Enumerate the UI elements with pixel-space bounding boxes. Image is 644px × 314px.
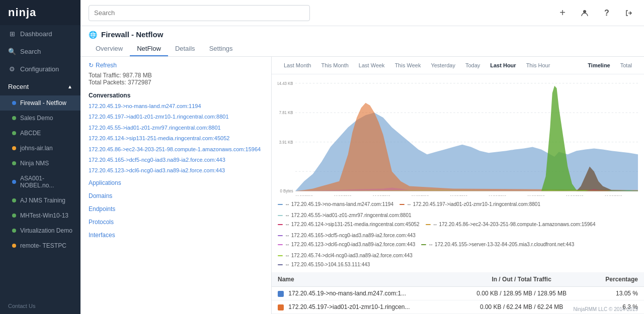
tab-details[interactable]: Details [168,42,202,56]
tab-settings[interactable]: Settings [202,42,240,56]
contact-us-link[interactable]: Contact Us [0,298,80,314]
legend-area: ↔ 172.20.45.19->no-mans-land.m247.com:11… [272,198,644,272]
view-btn-timeline[interactable]: Timeline [584,61,614,70]
total-traffic-label: Total Traffic: [89,72,121,79]
sidebar-item-ninja-nms[interactable]: Ninja NMS [0,156,80,171]
svg-text:0 Bytes: 0 Bytes [280,188,293,194]
table-row: 172.20.45.19->no-mans-land.m247.com:1...… [272,287,644,300]
time-btn-this-week[interactable]: This Week [391,61,425,70]
logout-button[interactable] [622,6,636,20]
time-btn-yesterday[interactable]: Yesterday [427,61,459,70]
sidebar-item-label: ASA001-NOBEL.no... [20,175,72,189]
sidebar-item-johns-air[interactable]: johns-air.lan [0,141,80,156]
tab-netflow[interactable]: NetFlow [130,42,168,56]
page-tabs: Overview NetFlow Details Settings [89,42,636,56]
sidebar-item-label: Virtualization Demo [20,227,72,234]
sidebar-item-aj-nms[interactable]: AJ NMS Training [0,193,80,208]
topbar-actions: + ? [555,6,636,20]
svg-text:11/18/2019: 11/18/2019 [489,194,506,196]
status-dot [12,198,16,202]
conversation-item[interactable]: 172.20.45.19->no-mans-land.m247.com:1194 [89,101,271,112]
sidebar-item-search[interactable]: 🔍 Search [0,43,80,60]
conversation-item[interactable]: 172.20.45.124->sip131-251-media.ringcent… [89,133,271,144]
dashboard-icon: ⊞ [8,30,16,38]
search-input[interactable] [89,5,310,21]
globe-icon: 🌐 [89,31,97,39]
sidebar-item-label: Search [20,48,41,55]
legend-item: ↔ 172.20.45.123->dcl6-ncg0-iad3.na89-ia2… [278,240,415,249]
legend-item: ↔ 172.20.45.197->iad01-z01-zmr10-1.ringc… [399,200,540,209]
conversations-scroll[interactable]: 172.20.45.19->no-mans-land.m247.com:1194… [80,101,271,176]
chevron-icon: ▲ [67,84,72,89]
refresh-button[interactable]: ↻ Refresh [89,62,117,69]
row-name: 172.20.45.197->iad01-z01-zmr10-1.ringcen… [272,300,456,314]
sidebar-item-mhtest[interactable]: MHTest-Win10-13 [0,208,80,223]
status-dot [12,116,16,120]
endpoints-link[interactable]: Endpoints [80,202,271,216]
add-button[interactable]: + [555,6,570,20]
sidebar-item-label: Dashboard [20,30,52,38]
status-dot [12,131,16,135]
legend-color [278,204,283,205]
sidebar-item-remote-testpc[interactable]: remote- TESTPC [0,238,80,253]
time-btn-last-week[interactable]: Last Week [355,61,389,70]
help-button[interactable]: ? [600,6,614,20]
col-header-traffic: In / Out / Total Traffic [456,272,587,287]
sidebar-item-sales-demo[interactable]: Sales Demo [0,111,80,126]
time-btn-this-hour[interactable]: This Hour [522,61,554,70]
conversation-item[interactable]: 172.20.45.123->dcl6-ncg0-iad3.na89-ia2.f… [89,165,271,176]
recent-section-header[interactable]: Recent ▲ [0,78,80,95]
legend-color [278,235,283,236]
refresh-label: Refresh [96,62,117,69]
page-header: 🌐 Firewall - Netflow Overview NetFlow De… [80,26,644,57]
legend-item: ↔ 172.20.45.150->104.16.53.111:443 [278,260,370,269]
sidebar-item-configuration[interactable]: ⚙ Configuration [0,60,80,78]
sidebar-item-virtualization[interactable]: Virtualization Demo [0,223,80,238]
svg-text:11/18/2019: 11/18/2019 [566,194,584,196]
status-dot [12,146,16,150]
sidebar: ninja ⊞ Dashboard 🔍 Search ⚙ Configurati… [0,0,80,314]
legend-label: ↔ 172.20.45.123->dcl6-ncg0-iad3.na89-ia2… [285,240,415,249]
status-dot [12,229,16,233]
conversation-item[interactable]: 172.20.45.86->ec2-34-203-251-98.compute-… [89,144,271,155]
legend-label: ↔ 172.20.45.55->iad01-z01-zmr97.ringcent… [285,211,412,220]
svg-text:11/18/2019: 11/18/2019 [450,194,467,196]
sidebar-item-abcde[interactable]: ABCDE [0,126,80,141]
applications-link[interactable]: Applications [80,176,271,189]
time-btn-last-month[interactable]: Last Month [280,61,315,70]
row-color-box [278,304,284,310]
total-traffic-value: 987.78 MB [123,72,152,79]
sidebar-item-label: Ninja NMS [20,160,49,167]
view-btn-total[interactable]: Total [616,61,636,70]
tab-overview[interactable]: Overview [89,42,130,56]
legend-item: ↔ 172.20.45.124->sip131-251-media.ringce… [278,220,420,229]
sidebar-item-label: AJ NMS Training [20,197,65,204]
time-btn-last-hour[interactable]: Last Hour [486,61,520,70]
legend-label: ↔ 172.20.45.150->104.16.53.111:443 [285,260,370,269]
sidebar-item-label: ABCDE [20,130,41,137]
conversation-item[interactable]: 172.20.45.165->dcf5-ncg0-iad3.na89-ia2.f… [89,155,271,165]
user-profile-button[interactable] [578,6,592,20]
legend-color [421,244,426,245]
conversation-item[interactable]: 172.20.45.55->iad01-z01-zmr97.ringcentra… [89,123,271,133]
svg-text:7.81 KB: 7.81 KB [279,110,293,116]
svg-text:3.91 KB: 3.91 KB [279,139,293,145]
time-btn-this-month[interactable]: This Month [317,61,352,70]
right-panel: Last Month This Month Last Week This Wee… [272,57,644,314]
sidebar-item-asa001[interactable]: ASA001-NOBEL.no... [0,171,80,193]
time-btn-today[interactable]: Today [461,61,484,70]
sidebar-item-dashboard[interactable]: ⊞ Dashboard [0,25,80,43]
domains-link[interactable]: Domains [80,189,271,202]
logo-text: ninja [8,6,36,19]
sidebar-item-firewall-netflow[interactable]: Firewall - Netflow [0,95,80,111]
interfaces-link[interactable]: Interfaces [80,229,271,242]
legend-label: ↔ 172.20.45.155->server-13-32-84-205.mia… [428,240,574,249]
protocols-link[interactable]: Protocols [80,216,271,229]
conversations-header: Conversations [80,89,271,101]
legend-item: ↔ 172.20.45.55->iad01-z01-zmr97.ringcent… [278,211,412,220]
panel-top: ↻ Refresh Total Traffic: 987.78 MB Total… [80,57,271,89]
conversation-item[interactable]: 172.20.45.197->iad01-z01-zmr10-1.ringcen… [89,112,271,122]
sidebar-item-label: MHTest-Win10-13 [20,212,68,219]
sidebar-logo[interactable]: ninja [0,0,80,25]
legend-item: ↔ 172.20.45.19->no-mans-land.m247.com:11… [278,200,393,209]
